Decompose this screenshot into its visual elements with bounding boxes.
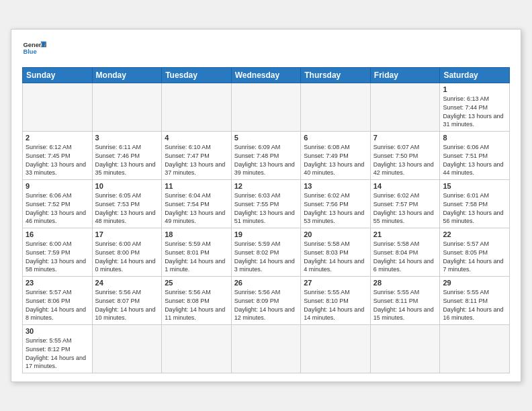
day-info: Sunrise: 5:55 AMSunset: 8:11 PMDaylight:… (373, 288, 437, 322)
calendar-cell: 20Sunrise: 5:58 AMSunset: 8:03 PMDayligh… (301, 228, 371, 277)
calendar-cell (162, 325, 232, 373)
day-info: Sunrise: 6:07 AMSunset: 7:50 PMDaylight:… (373, 143, 437, 177)
day-number: 16 (26, 230, 89, 238)
calendar-cell: 1Sunrise: 6:13 AMSunset: 7:44 PMDaylight… (440, 83, 510, 132)
calendar-cell: 14Sunrise: 6:02 AMSunset: 7:57 PMDayligh… (370, 180, 440, 228)
calendar-cell: 9Sunrise: 6:06 AMSunset: 7:52 PMDaylight… (23, 180, 93, 228)
calendar-cell: 19Sunrise: 5:59 AMSunset: 8:02 PMDayligh… (231, 228, 301, 277)
day-number: 3 (95, 134, 159, 142)
day-number: 25 (165, 279, 228, 287)
day-info: Sunrise: 5:58 AMSunset: 8:04 PMDaylight:… (373, 240, 437, 273)
day-info: Sunrise: 6:02 AMSunset: 7:56 PMDaylight:… (304, 191, 367, 225)
calendar-cell (92, 325, 162, 373)
weekday-header-monday: Monday (92, 68, 162, 83)
calendar-cell: 15Sunrise: 6:01 AMSunset: 7:58 PMDayligh… (440, 180, 510, 228)
day-info: Sunrise: 5:55 AMSunset: 8:12 PMDaylight:… (26, 336, 89, 370)
day-number: 1 (443, 85, 506, 93)
day-number: 4 (165, 134, 228, 142)
day-info: Sunrise: 6:06 AMSunset: 7:52 PMDaylight:… (26, 191, 89, 225)
calendar-container: General Blue SundayMondayTuesdayWednesda… (11, 29, 521, 381)
day-number: 30 (26, 327, 89, 335)
day-number: 23 (26, 279, 89, 287)
calendar-cell: 21Sunrise: 5:58 AMSunset: 8:04 PMDayligh… (370, 228, 440, 277)
calendar-cell (92, 83, 162, 132)
calendar-cell: 24Sunrise: 5:56 AMSunset: 8:07 PMDayligh… (92, 277, 162, 325)
calendar-cell: 3Sunrise: 6:11 AMSunset: 7:46 PMDaylight… (92, 132, 162, 180)
day-info: Sunrise: 5:55 AMSunset: 8:11 PMDaylight:… (443, 288, 506, 322)
day-info: Sunrise: 5:56 AMSunset: 8:07 PMDaylight:… (95, 288, 159, 322)
logo-icon: General Blue (22, 38, 46, 62)
day-info: Sunrise: 6:05 AMSunset: 7:53 PMDaylight:… (95, 191, 159, 225)
calendar-cell (162, 83, 232, 132)
calendar-cell: 2Sunrise: 6:12 AMSunset: 7:45 PMDaylight… (23, 132, 93, 180)
day-number: 9 (26, 182, 89, 190)
day-number: 14 (373, 182, 437, 190)
day-info: Sunrise: 6:02 AMSunset: 7:57 PMDaylight:… (373, 191, 437, 225)
calendar-cell (301, 83, 371, 132)
day-info: Sunrise: 6:13 AMSunset: 7:44 PMDaylight:… (443, 95, 506, 128)
weekday-header-thursday: Thursday (301, 68, 371, 83)
day-number: 18 (165, 230, 228, 238)
weekday-header-row: SundayMondayTuesdayWednesdayThursdayFrid… (23, 68, 510, 83)
calendar-cell (301, 325, 371, 373)
day-number: 2 (26, 134, 89, 142)
day-number: 27 (304, 279, 367, 287)
calendar-cell (231, 325, 301, 373)
svg-text:Blue: Blue (23, 49, 36, 56)
day-number: 7 (373, 134, 437, 142)
calendar-cell: 11Sunrise: 6:04 AMSunset: 7:54 PMDayligh… (162, 180, 232, 228)
logo: General Blue (22, 38, 46, 62)
calendar-cell: 23Sunrise: 5:57 AMSunset: 8:06 PMDayligh… (23, 277, 93, 325)
day-info: Sunrise: 6:12 AMSunset: 7:45 PMDaylight:… (26, 143, 89, 177)
day-number: 10 (95, 182, 159, 190)
calendar-cell (370, 325, 440, 373)
day-info: Sunrise: 6:00 AMSunset: 7:59 PMDaylight:… (26, 240, 89, 273)
day-info: Sunrise: 6:09 AMSunset: 7:48 PMDaylight:… (234, 143, 298, 177)
calendar-cell: 25Sunrise: 5:56 AMSunset: 8:08 PMDayligh… (162, 277, 232, 325)
calendar-cell: 12Sunrise: 6:03 AMSunset: 7:55 PMDayligh… (231, 180, 301, 228)
weekday-header-friday: Friday (370, 68, 440, 83)
calendar-cell: 18Sunrise: 5:59 AMSunset: 8:01 PMDayligh… (162, 228, 232, 277)
day-number: 11 (165, 182, 228, 190)
day-number: 6 (304, 134, 367, 142)
calendar-cell: 6Sunrise: 6:08 AMSunset: 7:49 PMDaylight… (301, 132, 371, 180)
day-info: Sunrise: 5:59 AMSunset: 8:01 PMDaylight:… (165, 240, 228, 273)
calendar-cell: 8Sunrise: 6:06 AMSunset: 7:51 PMDaylight… (440, 132, 510, 180)
day-number: 26 (234, 279, 298, 287)
day-info: Sunrise: 5:57 AMSunset: 8:06 PMDaylight:… (26, 288, 89, 322)
day-info: Sunrise: 5:55 AMSunset: 8:10 PMDaylight:… (304, 288, 367, 322)
day-number: 17 (95, 230, 159, 238)
day-info: Sunrise: 6:11 AMSunset: 7:46 PMDaylight:… (95, 143, 159, 177)
day-info: Sunrise: 5:58 AMSunset: 8:03 PMDaylight:… (304, 240, 367, 273)
day-number: 22 (443, 230, 506, 238)
calendar-cell: 7Sunrise: 6:07 AMSunset: 7:50 PMDaylight… (370, 132, 440, 180)
day-number: 29 (443, 279, 506, 287)
header: General Blue (22, 38, 510, 62)
weekday-header-wednesday: Wednesday (231, 68, 301, 83)
day-number: 12 (234, 182, 298, 190)
day-number: 19 (234, 230, 298, 238)
day-info: Sunrise: 5:56 AMSunset: 8:08 PMDaylight:… (165, 288, 228, 322)
day-number: 28 (373, 279, 437, 287)
calendar-cell (23, 83, 93, 132)
day-info: Sunrise: 6:01 AMSunset: 7:58 PMDaylight:… (443, 191, 506, 225)
calendar-cell: 17Sunrise: 6:00 AMSunset: 8:00 PMDayligh… (92, 228, 162, 277)
calendar-cell: 26Sunrise: 5:56 AMSunset: 8:09 PMDayligh… (231, 277, 301, 325)
day-number: 24 (95, 279, 159, 287)
calendar-cell: 27Sunrise: 5:55 AMSunset: 8:10 PMDayligh… (301, 277, 371, 325)
calendar-cell: 5Sunrise: 6:09 AMSunset: 7:48 PMDaylight… (231, 132, 301, 180)
weekday-header-tuesday: Tuesday (162, 68, 232, 83)
day-info: Sunrise: 5:57 AMSunset: 8:05 PMDaylight:… (443, 240, 506, 273)
day-info: Sunrise: 6:10 AMSunset: 7:47 PMDaylight:… (165, 143, 228, 177)
weekday-header-sunday: Sunday (23, 68, 93, 83)
day-info: Sunrise: 5:59 AMSunset: 8:02 PMDaylight:… (234, 240, 298, 273)
day-info: Sunrise: 6:08 AMSunset: 7:49 PMDaylight:… (304, 143, 367, 177)
day-info: Sunrise: 6:06 AMSunset: 7:51 PMDaylight:… (443, 143, 506, 177)
calendar-cell: 29Sunrise: 5:55 AMSunset: 8:11 PMDayligh… (440, 277, 510, 325)
calendar-cell (440, 325, 510, 373)
calendar-cell (231, 83, 301, 132)
calendar-cell: 28Sunrise: 5:55 AMSunset: 8:11 PMDayligh… (370, 277, 440, 325)
day-number: 15 (443, 182, 506, 190)
day-info: Sunrise: 6:04 AMSunset: 7:54 PMDaylight:… (165, 191, 228, 225)
calendar-cell: 10Sunrise: 6:05 AMSunset: 7:53 PMDayligh… (92, 180, 162, 228)
